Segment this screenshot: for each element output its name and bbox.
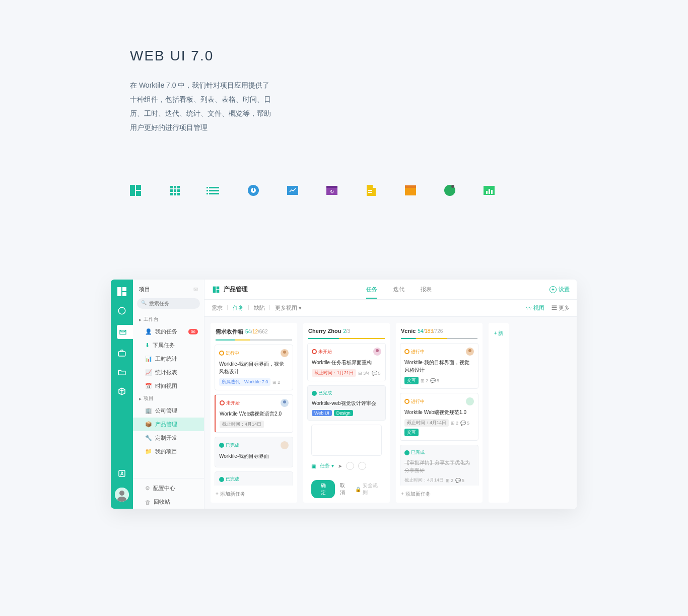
card[interactable]: 未开始 Worktile Web端视觉语言2.0 截止时间：4月14日: [215, 394, 293, 433]
sidebar-item-product[interactable]: 📦产品管理: [133, 418, 204, 431]
add-column-button[interactable]: + 新: [489, 323, 509, 503]
tab-reports[interactable]: 报表: [421, 286, 432, 293]
card[interactable]: 进行中 Worktile-我的目标界面，视觉风格设计 交互⊞ 2💬 5: [400, 343, 478, 389]
avatar-icon: [281, 349, 289, 357]
nav-rail: [111, 280, 133, 509]
svg-rect-1: [118, 352, 125, 356]
more-button[interactable]: ☰ 更多: [552, 304, 570, 312]
sidebar-item-hours[interactable]: 📊工时统计: [133, 352, 204, 366]
component-icon-strip: ↻: [130, 185, 688, 196]
main-header: 产品管理 任务 迭代 报表 +设置: [204, 280, 577, 300]
card[interactable]: 已完成 Worktile-吉祥物长颈鹿 WUHOO 形象重设计 截止时间：4月1…: [215, 471, 293, 486]
cursor-icon: ➤: [338, 463, 342, 469]
lock-icon: 🔒: [355, 487, 361, 492]
column-inbox: 需求收件箱54/12/662 进行中 Worktile-我的目标界面，视觉风格设…: [211, 323, 297, 503]
compose-assignee[interactable]: [346, 462, 354, 470]
subtab-task[interactable]: 任务: [233, 304, 244, 312]
sidebar: 项目 ✉ ▸ 工作台 👤我的任务56 ⬇下属任务 📊工时统计 📈统计报表 📅时间…: [133, 280, 204, 509]
board-icon: [130, 185, 141, 196]
sidebar-item-trash[interactable]: 🗑回收站: [133, 495, 204, 509]
sub-header: 需求 任务 缺陷 更多视图 ▾ ⫯⫯ 视图 ☰ 更多: [204, 300, 577, 317]
subtab-more[interactable]: 更多视图 ▾: [275, 304, 302, 312]
compose-type[interactable]: 任务 ▾: [320, 462, 334, 469]
svg-point-5: [119, 491, 124, 496]
svg-point-3: [121, 472, 123, 473]
svg-point-16: [466, 397, 474, 405]
iteration-icon: ↻: [326, 185, 337, 196]
svg-point-13: [376, 349, 379, 352]
subtab-req[interactable]: 需求: [212, 304, 223, 312]
card[interactable]: 已完成 【审批详情】分享文字优化为分享图标 截止时间：4月14日⊞ 2💬 5: [400, 445, 478, 486]
sidebar-item-sub-tasks[interactable]: ⬇下属任务: [133, 338, 204, 352]
rail-inbox-icon[interactable]: [117, 325, 133, 339]
sidebar-item-custom[interactable]: 🔧定制开发: [133, 431, 204, 445]
security-hint: 🔒安全规则: [355, 482, 382, 496]
svg-point-15: [468, 349, 471, 352]
rail-user-avatar[interactable]: [115, 488, 129, 502]
card[interactable]: 已完成 Worktile-web视觉设计评审会 Web UIDesign: [307, 385, 386, 421]
page-title: 产品管理: [224, 285, 248, 294]
timer-icon: [444, 185, 455, 196]
add-task-button[interactable]: + 添加新任务: [396, 486, 483, 503]
stats-icon: [287, 185, 298, 196]
sidebar-group-workspace[interactable]: ▸ 工作台: [133, 314, 204, 325]
sidebar-item-config[interactable]: ⚙配置中心: [133, 482, 204, 495]
app-window: 项目 ✉ ▸ 工作台 👤我的任务56 ⬇下属任务 📊工时统计 📈统计报表 📅时间…: [111, 280, 577, 509]
avatar-icon: [281, 441, 289, 449]
main-content: 产品管理 任务 迭代 报表 +设置 需求 任务 缺陷 更多视图 ▾ ⫯⫯ 视图 …: [204, 280, 577, 509]
column-vcnic: Vcnic54/183/726 进行中 Worktile-我的目标界面，视觉风格…: [396, 323, 483, 503]
compose-card[interactable]: [311, 425, 382, 456]
sidebar-item-timeline[interactable]: 📅时间视图: [133, 379, 204, 393]
tab-tasks[interactable]: 任务: [366, 286, 377, 299]
rail-contact-icon[interactable]: [117, 468, 127, 478]
table-icon: [169, 185, 180, 196]
calendar-icon: [405, 185, 416, 196]
hero-title: WEB UI 7.0: [130, 48, 688, 64]
confirm-button[interactable]: 确定: [311, 480, 335, 498]
card[interactable]: 进行中 Worktile-我的目标界面，视觉风格设计 所属迭代：Worktile…: [215, 345, 293, 390]
rail-chat-icon[interactable]: [117, 306, 127, 316]
sidebar-item-company[interactable]: 🏢公司管理: [133, 404, 204, 418]
hero-description: 在 Worktile 7.0 中，我们针对项目应用提供了十种组件，包括看板、列表…: [130, 78, 276, 134]
sidebar-group-projects[interactable]: ▸ 项目: [133, 393, 204, 404]
overview-icon: [484, 185, 495, 196]
rail-logo[interactable]: [117, 287, 127, 297]
avatar-icon: [466, 348, 474, 356]
svg-point-8: [283, 351, 286, 354]
sidebar-item-my-project[interactable]: 📁我的项目: [133, 445, 204, 458]
mail-icon[interactable]: ✉: [193, 286, 198, 293]
tab-iteration[interactable]: 迭代: [393, 286, 404, 293]
kanban-board: 需求收件箱54/12/662 进行中 Worktile-我的目标界面，视觉风格设…: [204, 317, 577, 509]
avatar-icon: [281, 399, 289, 407]
file-icon: [366, 185, 377, 196]
card[interactable]: 进行中 Worktile Web端视觉规范1.0 截止时间：4月14日⊞ 2💬 …: [400, 393, 478, 441]
clock-icon: [248, 185, 259, 196]
list-icon: [209, 185, 220, 196]
add-task-button[interactable]: + 添加新任务: [211, 486, 297, 503]
sidebar-item-my-tasks[interactable]: 👤我的任务56: [133, 325, 204, 338]
search-input[interactable]: [137, 298, 200, 309]
avatar-icon: [466, 397, 474, 405]
avatar-icon: [373, 348, 381, 356]
svg-point-11: [281, 441, 289, 449]
svg-point-10: [283, 400, 286, 403]
compose-date[interactable]: [358, 462, 366, 470]
sidebar-section-title: 项目: [139, 286, 150, 293]
rail-cube-icon[interactable]: [117, 386, 127, 396]
sidebar-item-reports[interactable]: 📈统计报表: [133, 366, 204, 379]
view-button[interactable]: ⫯⫯ 视图: [526, 304, 544, 312]
card[interactable]: 未开始 Worktile-任务看板界面重构 截止时间：1月21日⊞ 3/4💬 5: [307, 343, 386, 381]
rail-folder-icon[interactable]: [117, 367, 127, 377]
search-input-wrap: [137, 298, 200, 309]
settings-button[interactable]: +设置: [549, 286, 570, 293]
card[interactable]: 已完成 Worktile-我的目标界面: [215, 437, 293, 467]
column-cherry: Cherry Zhou2/3 未开始 Worktile-任务看板界面重构 截止时…: [303, 323, 390, 503]
cancel-button[interactable]: 取消: [340, 482, 350, 496]
subtab-bug[interactable]: 缺陷: [254, 304, 265, 312]
rail-briefcase-icon[interactable]: [117, 348, 127, 358]
svg-point-0: [118, 307, 125, 314]
